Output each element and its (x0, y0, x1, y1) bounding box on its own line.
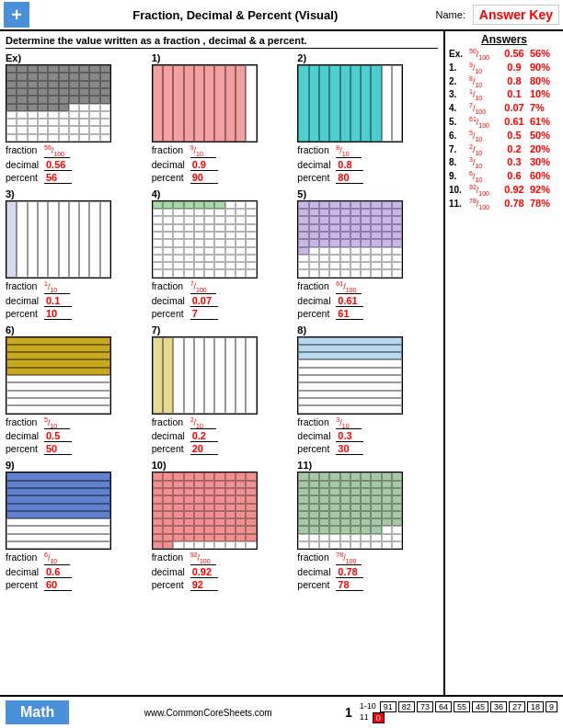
decimal-label: decimal (6, 430, 44, 441)
grid-visual (152, 472, 258, 550)
answer-dec: 0.56 (499, 48, 530, 59)
problem-p9: 9)fraction6/10decimal0.6percent60 (6, 460, 146, 592)
answer-pct: 90% (530, 62, 550, 73)
grid-visual (297, 200, 403, 279)
decimal-row: decimal0.6 (6, 566, 72, 578)
answer-row: 9. 6/10 0.6 60% (449, 170, 559, 183)
answer-num: 11. (449, 199, 469, 209)
main-area: Determine the value written as a fractio… (0, 31, 563, 695)
header: + Fraction, Decimal & Percent (Visual) N… (0, 0, 563, 31)
grid-visual (297, 472, 403, 550)
percent-label: percent (297, 172, 336, 183)
problem-number: 11) (297, 460, 312, 471)
percent-row: percent92 (152, 579, 218, 591)
decimal-value: 0.56 (44, 159, 72, 171)
decimal-value: 0.61 (336, 295, 363, 307)
answer-key-label: Answer Key (473, 5, 559, 25)
decimal-label: decimal (297, 430, 336, 441)
fraction-value: 92/100 (190, 552, 216, 565)
decimal-value: 0.5 (44, 430, 72, 442)
stat-box: 18 (527, 701, 544, 712)
decimal-row: decimal0.07 (152, 295, 218, 307)
fraction-value: 8/10 (336, 144, 362, 158)
problem-p10: 10)fraction92/100decimal0.92percent92 (152, 460, 293, 592)
percent-value: 80 (336, 172, 363, 184)
fraction-row: fraction1/10 (6, 280, 70, 294)
percent-label: percent (152, 443, 190, 454)
problem-number: 7) (152, 324, 161, 336)
percent-label: percent (6, 443, 44, 454)
answer-num: 5. (449, 117, 469, 127)
problem-p6: 6)fraction5/10decimal0.5percent50 (6, 324, 146, 457)
grid-visual (152, 64, 258, 142)
fraction-row: fraction6/10 (6, 552, 70, 565)
answer-pct: 20% (530, 143, 550, 154)
problem-number: Ex) (6, 52, 21, 63)
problem-number: 1) (152, 52, 161, 63)
fraction-value: 9/10 (190, 144, 216, 158)
answer-frac: 56/100 (469, 48, 499, 61)
problem-p4: 4)fraction7/100decimal0.07percent7 (152, 188, 293, 321)
answer-pct: 30% (530, 156, 550, 167)
percent-row: percent78 (297, 579, 363, 591)
math-label: Math (6, 700, 69, 724)
percent-row: percent7 (152, 308, 218, 320)
answer-row: 6. 5/10 0.5 50% (449, 130, 559, 142)
problem-number: 8) (297, 324, 306, 336)
problem-number: 2) (297, 52, 306, 63)
problem-number: 4) (152, 188, 161, 199)
problems-grid: Ex)fraction56/100decimal0.56percent561)f… (6, 52, 438, 592)
answer-pct: 50% (530, 130, 550, 141)
grid-visual (6, 336, 111, 415)
answer-frac: 78/100 (469, 198, 499, 210)
problem-p2: 2)fraction8/10decimal0.8percent80 (297, 52, 438, 185)
answer-row: 5. 61/100 0.61 61% (449, 116, 559, 129)
percent-value: 60 (44, 579, 72, 591)
percent-row: percent61 (297, 308, 363, 320)
answer-frac: 61/100 (469, 116, 499, 129)
decimal-row: decimal0.8 (297, 159, 363, 171)
fraction-value: 2/10 (190, 416, 216, 430)
percent-value: 30 (336, 443, 363, 455)
decimal-row: decimal0.1 (6, 295, 72, 307)
grid-visual (152, 200, 258, 279)
fraction-value: 61/100 (336, 280, 362, 294)
stats-label-2: 11 (360, 712, 369, 723)
answer-dec: 0.9 (499, 62, 530, 73)
decimal-label: decimal (6, 295, 44, 306)
answer-frac: 7/100 (469, 102, 499, 115)
percent-row: percent60 (6, 579, 72, 591)
name-label: Name: (435, 9, 465, 20)
fraction-value: 6/10 (44, 552, 70, 565)
footer-stats: 1-109182736455453627189110 (360, 701, 557, 723)
decimal-value: 0.8 (336, 159, 363, 171)
percent-row: percent56 (6, 172, 72, 184)
percent-label: percent (297, 579, 336, 590)
decimal-value: 0.9 (190, 159, 218, 171)
fraction-row: fraction9/10 (152, 144, 216, 158)
percent-value: 20 (190, 443, 218, 455)
answer-frac: 9/10 (469, 62, 499, 74)
fraction-row: fraction61/100 (297, 280, 362, 294)
fraction-label: fraction (297, 552, 336, 563)
percent-label: percent (297, 308, 336, 319)
answer-row: 2. 8/10 0.8 80% (449, 75, 559, 88)
decimal-value: 0.6 (44, 566, 72, 578)
fraction-row: fraction7/100 (152, 280, 216, 294)
stat-box: 82 (398, 701, 415, 712)
grid-visual (6, 64, 111, 142)
answer-frac: 3/10 (469, 156, 499, 169)
answer-num: 4. (449, 103, 469, 113)
fraction-label: fraction (6, 144, 44, 155)
fraction-label: fraction (6, 280, 44, 291)
percent-value: 56 (44, 172, 72, 184)
decimal-row: decimal0.61 (297, 295, 363, 307)
fraction-row: fraction3/10 (297, 416, 362, 430)
answer-row: 11. 78/100 0.78 78% (449, 198, 559, 210)
problem-p3: 3)fraction1/10decimal0.1percent10 (6, 188, 146, 321)
decimal-row: decimal0.92 (152, 566, 218, 578)
answer-dec: 0.61 (499, 116, 530, 127)
percent-label: percent (152, 172, 190, 183)
answer-dec: 0.1 (499, 88, 530, 99)
percent-label: percent (152, 308, 190, 319)
